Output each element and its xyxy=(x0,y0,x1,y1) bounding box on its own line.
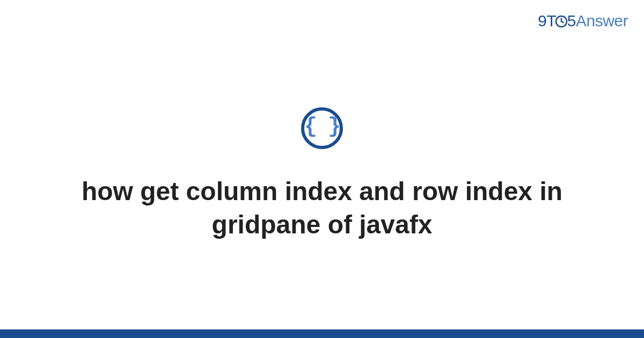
footer-bar xyxy=(0,329,644,338)
main-content: { } how get column index and row index i… xyxy=(0,0,644,338)
braces-glyph: { } xyxy=(304,116,340,138)
page-title: how get column index and row index in gr… xyxy=(80,175,564,242)
code-braces-icon: { } xyxy=(301,107,343,149)
